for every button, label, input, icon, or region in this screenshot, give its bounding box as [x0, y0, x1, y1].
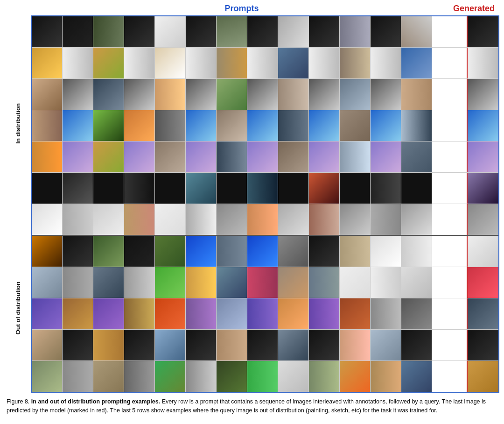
image-cell: [401, 330, 432, 360]
image-cell: [124, 16, 155, 47]
generated-image: [468, 236, 498, 267]
image-cell: [278, 110, 309, 141]
image-cell: [401, 204, 432, 235]
main-container: Prompts Generated In distribution Out of…: [0, 0, 504, 420]
in-distribution-label: In distribution: [5, 15, 31, 231]
image-cell: [217, 79, 247, 110]
image-cell: [247, 204, 278, 235]
image-cell: [124, 236, 155, 267]
image-cell: [340, 267, 371, 298]
image-cell: [401, 298, 432, 329]
image-cell: [186, 48, 217, 78]
image-cell: [186, 110, 217, 141]
image-cell: [93, 298, 124, 329]
image-cell: [247, 330, 278, 360]
image-cell: [32, 141, 63, 172]
prompt-cells: [32, 298, 467, 329]
left-labels: In distribution Out of distribution: [5, 15, 31, 393]
table-row: [32, 298, 498, 330]
image-cell: [340, 79, 371, 110]
prompts-header: Prompts: [32, 4, 452, 14]
image-cell: [401, 79, 432, 110]
image-cell: [63, 110, 93, 141]
generated-cell: [467, 48, 498, 78]
image-cell: [124, 173, 155, 204]
generated-image: [468, 48, 498, 78]
image-cell: [124, 361, 155, 392]
table-row: [32, 361, 498, 392]
prompt-cells: [32, 236, 467, 267]
image-cell: [309, 173, 340, 204]
image-cell: [278, 173, 309, 204]
image-cell: [93, 79, 124, 110]
image-cell: [186, 236, 217, 267]
image-cell: [186, 173, 217, 204]
generated-cell: [467, 16, 498, 47]
image-cell: [401, 16, 432, 47]
image-cell: [32, 173, 63, 204]
image-cell: [217, 173, 247, 204]
table-row: [32, 141, 498, 173]
image-cell: [186, 79, 217, 110]
generated-image: [468, 110, 498, 141]
prompt-cells: [32, 48, 467, 78]
image-cell: [371, 16, 401, 47]
image-cell: [93, 173, 124, 204]
image-cell: [93, 330, 124, 360]
image-cell: [309, 204, 340, 235]
image-grid: [31, 15, 499, 393]
prompt-cells: [32, 173, 467, 204]
image-cell: [93, 141, 124, 172]
image-cell: [309, 79, 340, 110]
image-cell: [340, 361, 371, 392]
image-cell: [401, 236, 432, 267]
image-cell: [63, 236, 93, 267]
image-cell: [401, 48, 432, 78]
image-cell: [217, 267, 247, 298]
image-cell: [340, 110, 371, 141]
prompt-cells: [32, 204, 467, 235]
generated-cell: [467, 141, 498, 172]
image-cell: [186, 361, 217, 392]
figure-caption: Figure 8. In and out of distribution pro…: [5, 397, 499, 415]
header-row: Prompts Generated: [5, 4, 499, 14]
image-cell: [371, 330, 401, 360]
image-cell: [32, 16, 63, 47]
image-cell: [124, 298, 155, 329]
table-row: [32, 48, 498, 79]
image-cell: [401, 361, 432, 392]
image-cell: [371, 141, 401, 172]
image-cell: [278, 330, 309, 360]
image-cell: [217, 361, 247, 392]
out-distribution-rows: [32, 236, 498, 392]
table-row: [32, 110, 498, 141]
image-cell: [371, 361, 401, 392]
image-cell: [309, 236, 340, 267]
image-cell: [217, 110, 247, 141]
generated-image: [468, 79, 498, 110]
image-cell: [247, 173, 278, 204]
image-cell: [340, 141, 371, 172]
generated-cell: [467, 330, 498, 360]
image-cell: [155, 236, 186, 267]
image-cell: [63, 361, 93, 392]
image-cell: [93, 16, 124, 47]
image-cell: [278, 204, 309, 235]
image-cell: [217, 48, 247, 78]
image-cell: [217, 236, 247, 267]
prompt-cells: [32, 330, 467, 360]
grid-main: In distribution Out of distribution: [5, 15, 499, 393]
image-cell: [247, 267, 278, 298]
generated-image: [468, 141, 498, 172]
caption-bold: In and out of distribution prompting exa…: [31, 398, 160, 405]
prompt-cells: [32, 267, 467, 298]
image-cell: [340, 16, 371, 47]
image-cell: [32, 236, 63, 267]
image-cell: [309, 330, 340, 360]
image-cell: [124, 267, 155, 298]
image-cell: [63, 330, 93, 360]
image-cell: [340, 330, 371, 360]
image-cell: [93, 48, 124, 78]
table-row: [32, 236, 498, 267]
image-cell: [278, 141, 309, 172]
